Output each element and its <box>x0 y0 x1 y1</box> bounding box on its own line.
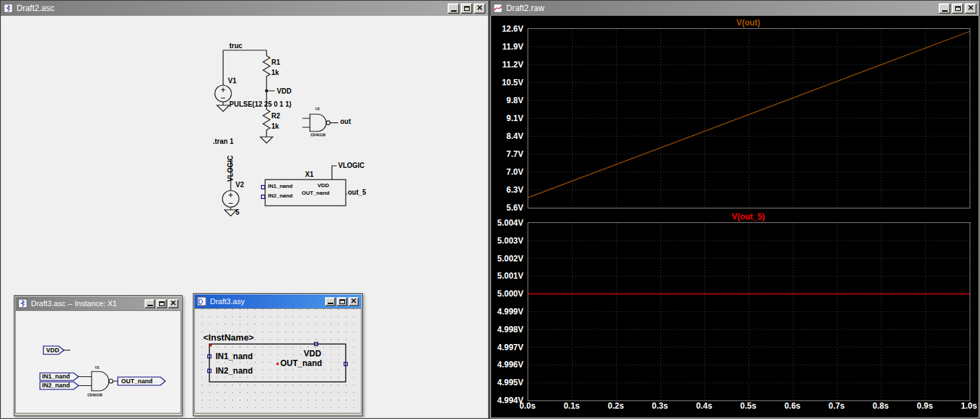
r1-resistor[interactable] <box>263 56 270 80</box>
close-button[interactable]: × <box>348 297 359 306</box>
x-tick-label: 0.0s <box>512 401 543 411</box>
y-axis-labels-bottom: 5.004V5.003V5.002V5.001V5.000V4.999V4.99… <box>491 223 525 400</box>
maximize-button[interactable] <box>156 299 167 308</box>
schematic-file-icon <box>18 299 28 308</box>
close-button[interactable]: × <box>474 3 486 14</box>
gate-type-label[interactable]: CD4011B <box>87 393 103 397</box>
v1-value-label[interactable]: PULSE(12 25 0 1 1) <box>229 100 291 108</box>
x-tick-label: 0.8s <box>866 401 896 411</box>
maximize-button[interactable] <box>337 297 347 306</box>
port-in1-label[interactable]: IN1_nand <box>42 373 70 380</box>
net-label-vlogic[interactable]: VLOGIC <box>338 162 364 169</box>
maximize-button[interactable] <box>952 3 963 14</box>
nand-gate-u1[interactable] <box>92 372 118 391</box>
plot-panel-vout5[interactable] <box>528 222 970 401</box>
maximize-icon <box>159 301 165 306</box>
maximize-button[interactable] <box>461 3 472 14</box>
net-label-out[interactable]: out <box>340 118 351 125</box>
maximize-icon <box>340 299 345 304</box>
waveform-window-titlebar[interactable]: Draft2.raw × <box>490 1 979 16</box>
x1-pin-vdd-label[interactable]: VDD <box>317 183 329 189</box>
x1-vdd-wire[interactable] <box>332 166 337 180</box>
schematic-window: Draft2.asc × <box>0 0 489 419</box>
minimize-button[interactable] <box>939 3 950 14</box>
y-axis-labels-top: 12.6V11.9V11.2V10.5V9.8V9.1V8.4V7.7V7.0V… <box>491 29 525 208</box>
port-out-label[interactable]: OUT_nand <box>121 378 153 385</box>
plot-panel-vout[interactable] <box>528 28 970 208</box>
y-tick-label: 4.995V <box>497 378 523 387</box>
y-tick-label: 5.004V <box>497 218 523 228</box>
pin-in1-label[interactable]: IN1_nand <box>216 352 253 361</box>
y-tick-label: 4.997V <box>497 343 523 352</box>
x-tick-label: 0.4s <box>689 401 719 411</box>
x1-pin-in2-label[interactable]: IN2_nand <box>268 193 293 200</box>
wire-inputs[interactable] <box>79 377 92 386</box>
y-tick-label: 5.6V <box>506 203 523 213</box>
net-label-out5[interactable]: out_5 <box>348 189 366 196</box>
trace-title-vout5[interactable]: V(out_5) <box>528 212 969 222</box>
y-tick-label: 4.996V <box>497 360 523 369</box>
y-tick-label: 7.0V <box>506 167 523 177</box>
waveform-window: Draft2.raw × V(out) 12.6V11.9V11.2V10.5V… <box>490 0 980 419</box>
close-icon: × <box>350 297 357 305</box>
x-tick-label: 0.6s <box>778 401 808 411</box>
v1-name-label[interactable]: V1 <box>228 77 236 85</box>
pin-vdd-label[interactable]: VDD <box>304 349 321 358</box>
minimize-icon <box>328 301 333 304</box>
gate-type-label[interactable]: CD4011B <box>311 133 326 138</box>
x1-ref-label[interactable]: X1 <box>305 171 313 178</box>
minimize-icon <box>451 8 457 12</box>
r2-resistor[interactable] <box>263 109 270 134</box>
ground-v1[interactable] <box>217 105 229 111</box>
ground-r2[interactable] <box>260 134 273 143</box>
gate-ref-label[interactable]: U1 <box>95 365 99 369</box>
schematic-file-icon <box>3 3 13 13</box>
r1-name-label[interactable]: R1 <box>271 58 280 66</box>
minimize-button[interactable] <box>145 299 155 308</box>
window-title: Draft2.asc <box>17 3 444 13</box>
net-label-truc[interactable]: truc <box>229 42 242 50</box>
trace-title-vout[interactable]: V(out) <box>528 18 969 28</box>
y-tick-label: 7.7V <box>506 149 523 159</box>
pin-out-label[interactable]: OUT_nand <box>280 358 322 368</box>
close-button[interactable]: × <box>168 299 178 308</box>
nand-gate[interactable] <box>302 114 338 131</box>
y-tick-label: 5.003V <box>497 236 523 246</box>
r2-value-label[interactable]: 1k <box>271 122 279 130</box>
minimize-icon <box>942 8 948 12</box>
x1-pin-in1-label[interactable]: IN1_nand <box>268 184 293 190</box>
close-icon: × <box>169 299 176 307</box>
minimize-button[interactable] <box>325 297 335 306</box>
v2-value-label[interactable]: 5 <box>236 208 240 216</box>
close-button[interactable]: × <box>965 3 977 14</box>
instance-schematic-canvas[interactable]: VDD IN1_nand IN2_nand OUT_nand U1 CD4011… <box>15 310 181 413</box>
y-tick-label: 6.3V <box>506 185 523 195</box>
instname-label[interactable]: <InstName> <box>203 332 254 343</box>
minimize-button[interactable] <box>448 3 459 14</box>
maximize-icon <box>464 6 470 11</box>
v2-name-label[interactable]: V2 <box>236 181 244 189</box>
schematic-canvas[interactable]: truc V1 PULSE(12 25 0 1 1) R1 1k VDD R2 … <box>1 16 488 418</box>
port-vdd-label[interactable]: VDD <box>46 347 59 354</box>
x1-pin-out-label[interactable]: OUT_nand <box>302 191 329 197</box>
net-label-vlogic-vertical[interactable]: VLOGIC <box>227 155 234 182</box>
instance-window-titlebar[interactable]: Draft3.asc -- Instance: X1 × <box>15 297 181 310</box>
pin-in2-label[interactable]: IN2_nand <box>216 366 253 376</box>
close-icon: × <box>967 3 974 12</box>
minimize-icon <box>147 303 153 306</box>
y-tick-label: 4.998V <box>497 325 523 334</box>
waveform-viewer[interactable]: V(out) 12.6V11.9V11.2V10.5V9.8V9.1V8.4V7… <box>491 16 979 418</box>
schematic-window-titlebar[interactable]: Draft2.asc × <box>1 1 488 16</box>
r1-value-label[interactable]: 1k <box>271 69 279 76</box>
gate-ref-label[interactable]: U1 <box>315 107 320 111</box>
instance-window: Draft3.asc -- Instance: X1 × <box>14 295 183 416</box>
r2-name-label[interactable]: R2 <box>271 112 280 120</box>
port-in2-label[interactable]: IN2_nand <box>42 382 70 389</box>
symbol-editor-canvas[interactable]: <InstName> IN1_nand IN2_nand VDD OUT_nan… <box>194 308 362 413</box>
symbol-window-titlebar[interactable]: Draft3.asy × <box>194 294 362 308</box>
net-label-vdd[interactable]: VDD <box>277 87 291 95</box>
tran-directive-label[interactable]: .tran 1 <box>213 138 233 145</box>
y-tick-label: 4.999V <box>497 307 523 316</box>
x-tick-label: 0.2s <box>601 401 631 411</box>
v2-voltage-source[interactable] <box>222 191 239 210</box>
